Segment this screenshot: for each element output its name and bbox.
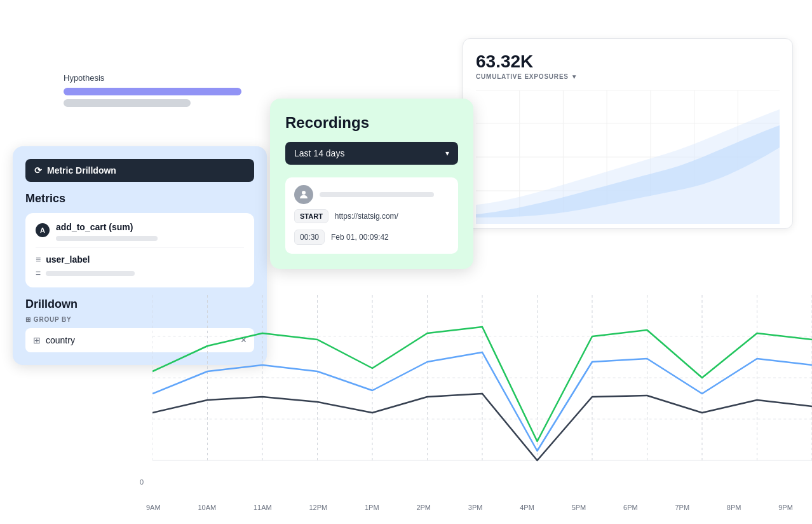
cumulative-card: 63.32K CUMULATIVE EXPOSURES ▼ bbox=[463, 38, 793, 229]
metrics-card: A add_to_cart (sum) ≡ user_label = bbox=[25, 213, 254, 287]
metric-info: add_to_cart (sum) bbox=[56, 222, 244, 241]
metric-name: add_to_cart (sum) bbox=[56, 222, 244, 232]
recording-avatar-row bbox=[285, 177, 458, 209]
hypothesis-title: Hypothesis bbox=[64, 73, 280, 83]
filter-value-bar bbox=[46, 271, 135, 276]
x-label-9am: 9AM bbox=[146, 504, 161, 511]
equals-sign: = bbox=[36, 268, 41, 279]
recording-date: Feb 01, 00:09:42 bbox=[331, 233, 389, 242]
x-label-9pm: 9PM bbox=[778, 504, 793, 511]
avatar bbox=[294, 185, 313, 204]
recordings-title: Recordings bbox=[285, 114, 458, 132]
cumulative-number: 63.32K bbox=[476, 52, 780, 72]
filter-label: user_label bbox=[46, 254, 90, 265]
x-label-6pm: 6PM bbox=[623, 504, 638, 511]
svg-point-18 bbox=[302, 191, 306, 195]
recording-url[interactable]: https://statsig.com/ bbox=[335, 212, 398, 221]
hypothesis-bar-2 bbox=[64, 99, 191, 107]
x-label-10am: 10AM bbox=[198, 504, 216, 511]
area-chart: Aug 1 Aug 3 Aug 5 Aug 7 Aug 9 Aug 11 Aug… bbox=[476, 90, 780, 224]
x-label-8pm: 8PM bbox=[727, 504, 741, 511]
metric-drilldown-label: Metric Drilldown bbox=[47, 165, 116, 176]
recordings-dropdown-chevron-icon: ▾ bbox=[445, 149, 449, 158]
chart-x-labels: 9AM 10AM 11AM 12PM 1PM 2PM 3PM 4PM 5PM 6… bbox=[140, 504, 799, 511]
recording-url-row: START https://statsig.com/ bbox=[285, 209, 458, 230]
x-label-5pm: 5PM bbox=[572, 504, 586, 511]
x-label-2pm: 2PM bbox=[416, 504, 431, 511]
filter-icon: ≡ bbox=[36, 254, 41, 265]
metric-item-add-to-cart: A add_to_cart (sum) bbox=[36, 222, 244, 241]
recordings-dropdown[interactable]: Last 14 days ▾ bbox=[285, 142, 458, 165]
x-label-7pm: 7PM bbox=[675, 504, 689, 511]
filter-value-row: = bbox=[36, 268, 244, 279]
recordings-card: Recordings Last 14 days ▾ START https://… bbox=[270, 99, 473, 269]
scene: Hypothesis 63.32K CUMULATIVE EXPOSURES ▼ bbox=[0, 0, 812, 524]
metrics-title: Metrics bbox=[25, 192, 254, 205]
filter-row: ≡ user_label bbox=[36, 247, 244, 265]
x-label-4pm: 4PM bbox=[520, 504, 534, 511]
chart-zero-label: 0 bbox=[140, 478, 144, 486]
metric-bar bbox=[56, 236, 158, 241]
recording-item[interactable]: START https://statsig.com/ 00:30 Feb 01,… bbox=[285, 177, 458, 254]
recordings-dropdown-label: Last 14 days bbox=[294, 148, 344, 158]
cumulative-label: CUMULATIVE EXPOSURES ▼ bbox=[476, 73, 780, 80]
avatar-name-bar bbox=[320, 192, 434, 197]
x-label-12pm: 12PM bbox=[309, 504, 327, 511]
hypothesis-section: Hypothesis bbox=[64, 73, 280, 111]
hypothesis-bar-1 bbox=[64, 88, 241, 95]
metric-drilldown-header[interactable]: ⟳ Metric Drilldown bbox=[25, 159, 254, 182]
metric-badge-a: A bbox=[36, 223, 50, 237]
x-label-1pm: 1PM bbox=[365, 504, 379, 511]
metric-icon: ⟳ bbox=[34, 165, 42, 176]
duration-badge: 00:30 bbox=[294, 230, 325, 245]
x-label-3pm: 3PM bbox=[468, 504, 483, 511]
x-label-11am: 11AM bbox=[254, 504, 272, 511]
start-badge: START bbox=[294, 209, 328, 223]
cumulative-chevron-icon[interactable]: ▼ bbox=[571, 73, 578, 80]
recording-meta-row: 00:30 Feb 01, 00:09:42 bbox=[285, 230, 458, 254]
line-chart-area: 0 bbox=[140, 295, 799, 511]
group-by-icon: ⊞ bbox=[25, 316, 31, 323]
country-tag-db-icon: ⊞ bbox=[33, 335, 41, 345]
